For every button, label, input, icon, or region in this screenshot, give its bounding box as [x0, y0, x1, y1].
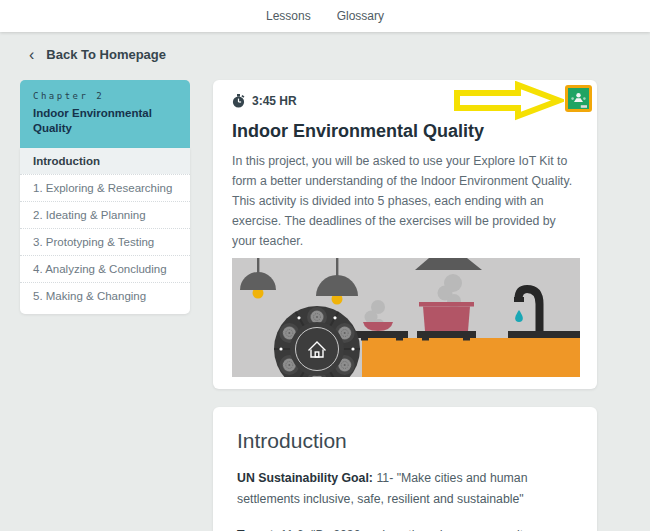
un-goal-label: UN Sustainability Goal: [237, 471, 373, 485]
section-heading: Introduction [237, 429, 573, 453]
chevron-left-icon: ‹ [29, 48, 34, 61]
lesson-description: In this project, you will be asked to us… [232, 151, 578, 251]
main-content: 3:45 HR Indoor Environmental Quality In … [213, 80, 597, 531]
top-navigation-bar: Lessons Glossary [0, 0, 650, 32]
sidebar-item-analyzing-concluding[interactable]: 4. Analyzing & Concluding [20, 255, 190, 282]
sidebar-item-prototyping-testing[interactable]: 3. Prototyping & Testing [20, 228, 190, 255]
nav-item-lessons[interactable]: Lessons [266, 9, 311, 23]
back-link-label: Back To Homepage [46, 47, 166, 62]
lesson-title: Indoor Environmental Quality [232, 121, 578, 142]
un-goal-paragraph: UN Sustainability Goal: 11- "Make cities… [237, 468, 589, 510]
sidebar-item-introduction[interactable]: Introduction [20, 148, 190, 174]
target-paragraph: Target: 11.6- "By 2030, reduce the adver… [237, 525, 589, 531]
chapter-menu: Introduction 1. Exploring & Researching … [20, 148, 190, 314]
sidebar-item-making-changing[interactable]: 5. Making & Changing [20, 282, 190, 309]
chapter-sidebar: Chapter 2 Indoor Environmental Quality I… [20, 80, 190, 314]
google-classroom-icon[interactable] [565, 85, 592, 112]
lesson-overview-card: 3:45 HR Indoor Environmental Quality In … [213, 80, 597, 389]
chapter-title: Indoor Environmental Quality [33, 106, 177, 136]
stopwatch-icon [232, 94, 245, 108]
smart-home-kitchen-illustration [232, 258, 580, 377]
introduction-section-card: Introduction UN Sustainability Goal: 11-… [213, 407, 597, 531]
lesson-duration: 3:45 HR [252, 94, 297, 108]
back-to-homepage-link[interactable]: ‹ Back To Homepage [29, 47, 166, 62]
chapter-number-label: Chapter 2 [33, 91, 177, 101]
annotation-arrow-icon [454, 81, 564, 121]
nav-item-glossary[interactable]: Glossary [337, 9, 384, 23]
sidebar-item-ideating-planning[interactable]: 2. Ideating & Planning [20, 201, 190, 228]
sidebar-item-exploring-researching[interactable]: 1. Exploring & Researching [20, 174, 190, 201]
chapter-header: Chapter 2 Indoor Environmental Quality [20, 80, 190, 148]
